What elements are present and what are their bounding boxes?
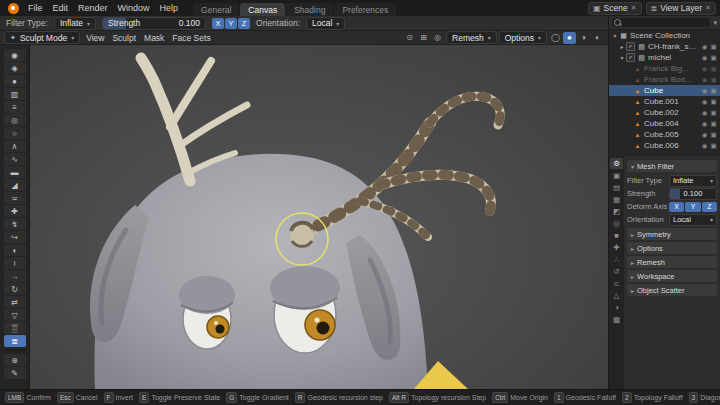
remesh-dropdown[interactable]: Remesh ▾: [446, 31, 497, 44]
tool-flatten[interactable]: ▬: [4, 166, 26, 178]
filter-type-dropdown[interactable]: Inflate ▾: [669, 175, 717, 187]
orientation-dropdown[interactable]: Local ▾: [306, 17, 345, 30]
properties-tab-material-icon[interactable]: ◑: [610, 302, 623, 313]
properties-tab-view-layer-icon[interactable]: ▦: [610, 194, 623, 205]
visibility-eye-icon[interactable]: ◉: [700, 142, 709, 150]
tool-nudge[interactable]: →: [4, 270, 26, 282]
tool-clay-strips[interactable]: ▥: [4, 88, 26, 100]
viewport-menu-sculpt[interactable]: Sculpt: [108, 33, 140, 43]
section-header-symmetry[interactable]: ▸Symmetry: [627, 228, 717, 240]
visibility-eye-icon[interactable]: ◉: [700, 65, 709, 73]
workspace-tab-general[interactable]: General: [193, 3, 239, 16]
strength-slider[interactable]: Strength 0.100: [102, 17, 206, 30]
visibility-eye-icon[interactable]: ◉: [700, 120, 709, 128]
menu-window[interactable]: Window: [113, 3, 155, 13]
properties-tab-texture-icon[interactable]: ▩: [610, 314, 623, 325]
unlink-scene-icon[interactable]: ✕: [631, 4, 637, 12]
disclosure-icon[interactable]: ▾: [611, 32, 619, 39]
strength-slider[interactable]: 0.100: [669, 188, 717, 200]
outliner-row-cube-002[interactable]: ▲Cube.002◉▣: [609, 107, 720, 118]
snap-magnet-icon[interactable]: ⊞: [417, 32, 430, 44]
proportional-editing-icon[interactable]: ◎: [431, 32, 444, 44]
properties-tab-modifiers-icon[interactable]: ✚: [610, 242, 623, 253]
axis-toggle-y[interactable]: Y: [225, 18, 237, 29]
properties-tab-world-icon[interactable]: ◎: [610, 218, 623, 229]
outliner-row-cube-001[interactable]: ▲Cube.001◉▣: [609, 96, 720, 107]
outliner-row-franck-big[interactable]: ▲Franck Big...◉▣: [609, 63, 720, 74]
collection-checkbox[interactable]: ✓: [626, 42, 635, 51]
tool-slide-relax[interactable]: ⇄: [4, 296, 26, 308]
render-visibility-icon[interactable]: ▣: [709, 54, 718, 62]
render-visibility-icon[interactable]: ▣: [709, 120, 718, 128]
menu-edit[interactable]: Edit: [48, 3, 74, 13]
view-layer-selector[interactable]: ≣ View Layer ✕: [646, 2, 716, 15]
properties-tab-object-icon[interactable]: ■: [610, 230, 623, 241]
menu-file[interactable]: File: [23, 3, 48, 13]
tool-snake-hook[interactable]: ↪: [4, 231, 26, 243]
properties-tab-render-icon[interactable]: ▣: [610, 170, 623, 181]
transform-pivot-icon[interactable]: ⊙: [403, 32, 416, 44]
outliner-row-franck-bod[interactable]: ▲Franck Bod...◉▣: [609, 74, 720, 85]
outliner-row-michel[interactable]: ▾✓▧michel◉▣: [609, 52, 720, 63]
deform-axis-x[interactable]: X: [669, 202, 684, 212]
axis-toggle-z[interactable]: Z: [238, 18, 250, 29]
tool-draw[interactable]: ◉: [4, 49, 26, 61]
tool-scrape[interactable]: ◢: [4, 179, 26, 191]
collection-checkbox[interactable]: ✓: [626, 53, 635, 62]
tool-crease[interactable]: ∧: [4, 140, 26, 152]
axis-toggle-x[interactable]: X: [212, 18, 224, 29]
outliner-row-scene-collection[interactable]: ▾▦Scene Collection: [609, 30, 720, 41]
tool-clay[interactable]: ●: [4, 75, 26, 87]
outliner-row-cube-006[interactable]: ▲Cube.006◉▣: [609, 140, 720, 151]
properties-tab-particles-icon[interactable]: ∴: [610, 254, 623, 265]
tool-annotate[interactable]: ✎: [4, 367, 26, 379]
tool-mask[interactable]: ▒: [4, 322, 26, 334]
outliner-row-cube-005[interactable]: ▲Cube.005◉▣: [609, 129, 720, 140]
tool-simplify[interactable]: ▽: [4, 309, 26, 321]
properties-tab-tool-icon[interactable]: ⚙: [610, 158, 623, 169]
menu-render[interactable]: Render: [73, 3, 113, 13]
disclosure-icon[interactable]: ▸: [618, 43, 626, 50]
filter-type-dropdown[interactable]: Inflate ▾: [54, 17, 96, 30]
mode-dropdown[interactable]: ✦ Sculpt Mode ▾: [4, 31, 80, 44]
workspace-tab-canvas[interactable]: Canvas: [240, 3, 285, 16]
outliner-row-ch-frank-shiny[interactable]: ▸✓▧CH-frank_shiny◉▣: [609, 41, 720, 52]
tool-layer[interactable]: ≡: [4, 101, 26, 113]
visibility-eye-icon[interactable]: ◉: [700, 54, 709, 62]
tool-inflate[interactable]: ◎: [4, 114, 26, 126]
scene-selector[interactable]: ▣ Scene ✕: [588, 2, 642, 15]
section-header-workspace[interactable]: ▸Workspace: [627, 270, 717, 282]
filter-icon[interactable]: ▾: [713, 19, 717, 27]
section-header-object-scatter[interactable]: ▸Object Scatter: [627, 284, 717, 296]
tool-pinch[interactable]: ≍: [4, 192, 26, 204]
workspace-tab-shading[interactable]: Shading: [286, 3, 333, 16]
render-visibility-icon[interactable]: ▣: [709, 76, 718, 84]
visibility-eye-icon[interactable]: ◉: [700, 87, 709, 95]
disclosure-icon[interactable]: ▾: [618, 54, 626, 61]
section-header-remesh[interactable]: ▸Remesh: [627, 256, 717, 268]
properties-tab-physics-icon[interactable]: ↺: [610, 266, 623, 277]
mesh-filter-panel-header[interactable]: ▾ Mesh Filter: [627, 160, 717, 172]
properties-tab-scene-icon[interactable]: ◩: [610, 206, 623, 217]
viewport-menu-view[interactable]: View: [82, 33, 108, 43]
visibility-eye-icon[interactable]: ◉: [700, 98, 709, 106]
render-visibility-icon[interactable]: ▣: [709, 98, 718, 106]
render-visibility-icon[interactable]: ▣: [709, 131, 718, 139]
tool-rotate[interactable]: ↻: [4, 283, 26, 295]
shading-solid-icon[interactable]: ●: [563, 32, 576, 44]
render-visibility-icon[interactable]: ▣: [709, 65, 718, 73]
shading-wireframe-icon[interactable]: ◯: [549, 32, 562, 44]
properties-tab-object-data-icon[interactable]: △: [610, 290, 623, 301]
render-visibility-icon[interactable]: ▣: [709, 43, 718, 51]
section-header-options[interactable]: ▸Options: [627, 242, 717, 254]
viewport-menu-face-sets[interactable]: Face Sets: [168, 33, 214, 43]
orientation-dropdown[interactable]: Local ▾: [669, 214, 717, 226]
menu-help[interactable]: Help: [155, 3, 184, 13]
viewport-menu-mask[interactable]: Mask: [140, 33, 168, 43]
outliner-row-cube[interactable]: ▲Cube◉▣: [609, 85, 720, 96]
render-visibility-icon[interactable]: ▣: [709, 109, 718, 117]
visibility-eye-icon[interactable]: ◉: [700, 131, 709, 139]
deform-axis-y[interactable]: Y: [685, 202, 700, 212]
tool-mesh-filter[interactable]: ≣: [4, 335, 26, 347]
tool-grab[interactable]: ✚: [4, 205, 26, 217]
